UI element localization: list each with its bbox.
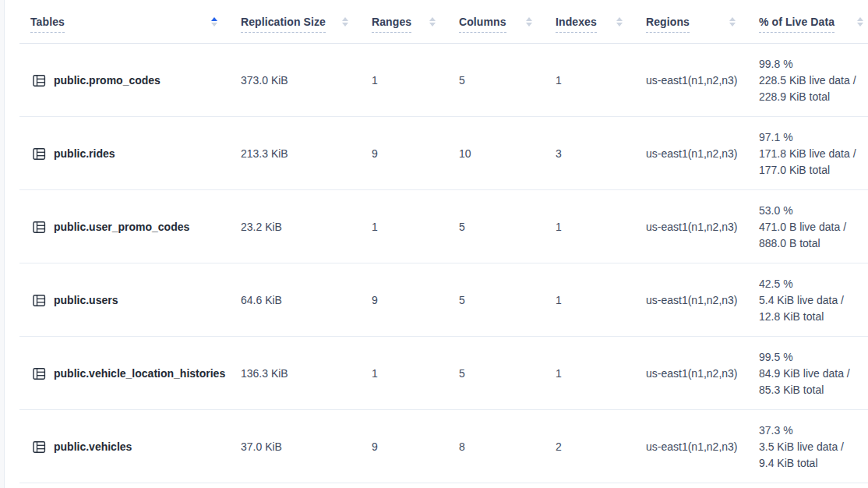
table-name-cell: public.users [5, 294, 241, 307]
sort-down-icon [616, 23, 623, 27]
replication-size-cell: 136.3 KiB [241, 367, 372, 380]
table-row: public.vehicles 37.0 KiB 9 8 2 us-east1(… [5, 410, 868, 483]
table-icon [33, 294, 46, 307]
column-header-label: Tables [30, 16, 65, 33]
indexes-cell: 3 [556, 147, 646, 160]
total-data-amount: 177.0 KiB total [759, 162, 863, 179]
live-data-percent: 37.3 % [759, 423, 863, 439]
sort-down-icon [729, 23, 736, 27]
column-header-label: Indexes [556, 16, 597, 33]
table-name-cell: public.vehicles [5, 440, 241, 454]
regions-cell: us-east1(n1,n2,n3) [646, 221, 759, 233]
live-data-cell: 37.3 % 3.5 KiB live data / 9.4 KiB total [759, 423, 868, 472]
sort-icon [526, 17, 532, 27]
column-header-label: Replication Size [241, 16, 326, 33]
ranges-cell: 9 [372, 294, 459, 306]
ranges-cell: 9 [372, 147, 459, 160]
total-data-amount: 9.4 KiB total [759, 455, 863, 472]
table-name-link[interactable]: public.rides [54, 147, 115, 160]
columns-cell: 5 [459, 294, 556, 306]
total-data-amount: 85.3 KiB total [759, 382, 863, 398]
columns-cell: 8 [459, 440, 556, 453]
column-header-columns[interactable]: Columns [459, 0, 556, 44]
column-header-label: % of Live Data [759, 16, 834, 33]
column-header-replication-size[interactable]: Replication Size [241, 0, 372, 44]
table-name-link[interactable]: public.vehicles [54, 440, 132, 453]
sort-down-icon [429, 23, 436, 27]
regions-cell: us-east1(n1,n2,n3) [646, 367, 759, 380]
sort-up-icon [211, 17, 217, 21]
replication-size-cell: 23.2 KiB [241, 221, 372, 233]
live-data-cell: 53.0 % 471.0 B live data / 888.0 B total [759, 203, 868, 252]
table-name-link[interactable]: public.users [54, 294, 118, 306]
table-name-link[interactable]: public.vehicle_location_histories [54, 367, 225, 380]
sort-up-icon [342, 17, 348, 21]
regions-cell: us-east1(n1,n2,n3) [646, 147, 759, 160]
sort-up-icon [616, 17, 623, 21]
table-header-row: Tables Replication Size Ranges Columns [5, 0, 868, 44]
indexes-cell: 1 [556, 221, 646, 233]
replication-size-cell: 37.0 KiB [241, 440, 372, 453]
column-header-label: Regions [646, 16, 690, 33]
replication-size-cell: 373.0 KiB [241, 74, 372, 87]
sort-icon [616, 17, 623, 27]
live-data-amount: 5.4 KiB live data / [759, 292, 863, 309]
sort-icon [857, 17, 863, 27]
sort-down-icon [857, 23, 863, 27]
live-data-percent: 42.5 % [759, 276, 863, 292]
live-data-percent: 97.1 % [759, 129, 863, 146]
live-data-amount: 171.8 KiB live data / [759, 146, 863, 162]
column-header-label: Ranges [372, 16, 411, 33]
replication-size-cell: 213.3 KiB [241, 147, 372, 160]
columns-cell: 5 [459, 367, 556, 380]
table-icon [33, 221, 46, 234]
table-row: public.promo_codes 373.0 KiB 1 5 1 us-ea… [5, 44, 868, 117]
table-icon [33, 74, 46, 87]
regions-cell: us-east1(n1,n2,n3) [646, 440, 759, 453]
table-body: public.promo_codes 373.0 KiB 1 5 1 us-ea… [5, 44, 868, 483]
table-row: public.rides 213.3 KiB 9 10 3 us-east1(n… [5, 117, 868, 190]
table-row: public.vehicle_location_histories 136.3 … [5, 337, 868, 410]
sort-icon [342, 17, 348, 27]
live-data-amount: 471.0 B live data / [759, 219, 863, 235]
columns-cell: 5 [459, 74, 556, 87]
sort-down-icon [342, 23, 348, 27]
column-header-tables[interactable]: Tables [5, 0, 241, 44]
sort-up-icon [526, 17, 532, 21]
columns-cell: 5 [459, 221, 556, 233]
regions-cell: us-east1(n1,n2,n3) [646, 74, 759, 87]
total-data-amount: 228.9 KiB total [759, 89, 863, 105]
ranges-cell: 1 [372, 221, 459, 233]
regions-cell: us-east1(n1,n2,n3) [646, 294, 759, 306]
indexes-cell: 1 [556, 367, 646, 380]
table-name-link[interactable]: public.promo_codes [54, 74, 161, 87]
live-data-cell: 99.8 % 228.5 KiB live data / 228.9 KiB t… [759, 56, 868, 105]
database-tables-table: Tables Replication Size Ranges Columns [4, 0, 868, 488]
sort-down-icon [211, 23, 217, 27]
live-data-cell: 99.5 % 84.9 KiB live data / 85.3 KiB tot… [759, 349, 868, 398]
sort-up-icon [429, 17, 436, 21]
table-name-link[interactable]: public.user_promo_codes [54, 221, 189, 233]
columns-cell: 10 [459, 147, 556, 160]
table-name-cell: public.user_promo_codes [5, 221, 241, 234]
total-data-amount: 12.8 KiB total [759, 309, 863, 325]
live-data-percent: 53.0 % [759, 203, 863, 219]
table-icon [33, 440, 46, 454]
live-data-cell: 97.1 % 171.8 KiB live data / 177.0 KiB t… [759, 129, 868, 179]
sort-down-icon [526, 23, 532, 27]
replication-size-cell: 64.6 KiB [241, 294, 372, 306]
sort-icon [429, 17, 436, 27]
column-header-indexes[interactable]: Indexes [556, 0, 646, 44]
column-header-live-data[interactable]: % of Live Data [759, 0, 868, 44]
indexes-cell: 1 [556, 74, 646, 87]
live-data-percent: 99.8 % [759, 56, 863, 72]
live-data-amount: 228.5 KiB live data / [759, 72, 863, 89]
column-header-regions[interactable]: Regions [646, 0, 759, 44]
table-name-cell: public.vehicle_location_histories [5, 367, 241, 380]
live-data-amount: 3.5 KiB live data / [759, 439, 863, 455]
column-header-ranges[interactable]: Ranges [372, 0, 459, 44]
total-data-amount: 888.0 B total [759, 235, 863, 252]
table-row: public.user_promo_codes 23.2 KiB 1 5 1 u… [5, 190, 868, 263]
ranges-cell: 1 [372, 367, 459, 380]
live-data-cell: 42.5 % 5.4 KiB live data / 12.8 KiB tota… [759, 276, 868, 325]
